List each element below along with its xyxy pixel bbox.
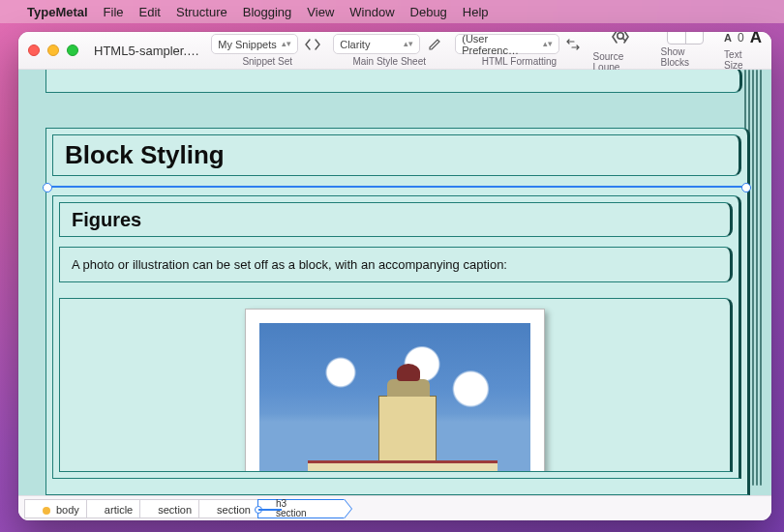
close-button[interactable] [28,44,40,56]
menu-file[interactable]: File [104,5,124,19]
editor-canvas[interactable]: Block Styling Figures A photo or illustr… [18,70,771,495]
breadcrumb-selection[interactable]: h3 section [257,499,345,518]
stylesheet-group: Clarity ▴▾ Main Style Sheet [333,34,445,67]
preceding-block[interactable] [45,70,742,93]
breadcrumb-label: body [56,504,79,516]
source-loupe-icon[interactable] [610,32,631,49]
menu-window[interactable]: Window [349,5,394,19]
snippet-set-label: Snippet Set [242,56,292,67]
photo-frame [245,309,545,472]
heading-block[interactable]: Block Styling [52,134,741,176]
formatting-group: (User Preferenc… ▴▾ HTML Formatting [455,34,583,67]
heading-2-text[interactable]: Block Styling [65,141,727,169]
menu-edit[interactable]: Edit [139,5,161,19]
selection-indicator[interactable] [46,186,747,188]
minimize-button[interactable] [47,44,59,56]
chevron-updown-icon: ▴▾ [543,40,553,48]
selection-line [258,509,282,511]
document-title: HTML5-sampler.ht… [94,44,201,58]
traffic-lights [28,44,78,56]
menu-blogging[interactable]: Blogging [243,5,292,19]
section-block[interactable]: Block Styling Figures A photo or illustr… [45,128,750,495]
heading-3-text[interactable]: Figures [72,209,718,230]
paragraph-block[interactable]: A photo or illustration can be set off a… [59,247,733,282]
stylesheet-edit-icon[interactable] [424,34,445,54]
breadcrumb-section[interactable]: section [139,499,206,518]
text-size-label: Text Size [724,49,762,71]
breadcrumb-label: section [158,504,192,516]
stylesheet-value: Clarity [340,39,370,50]
text-size-increase[interactable]: A [750,32,762,47]
menubar[interactable]: TypeMetal File Edit Structure Blogging V… [0,0,784,23]
chevron-updown-icon: ▴▾ [404,40,413,48]
snippet-set-value: My Snippets [218,39,277,50]
breadcrumb-tail-bottom: section [276,509,330,518]
menu-view[interactable]: View [307,5,334,19]
figure-block[interactable] [59,298,733,472]
formatting-expand-icon[interactable] [563,34,583,54]
breadcrumb-label: article [105,504,133,516]
photo-roofline [308,460,498,472]
stylesheet-select[interactable]: Clarity ▴▾ [333,34,420,54]
text-size-decrease[interactable]: A [724,32,732,44]
formatting-select[interactable]: (User Preferenc… ▴▾ [455,34,559,54]
paragraph-text[interactable]: A photo or illustration can be set off a… [72,257,507,272]
breadcrumb-body[interactable]: body [24,499,94,518]
chevron-updown-icon: ▴▾ [282,40,291,48]
show-blocks-toggle[interactable] [667,32,704,44]
stylesheet-label: Main Style Sheet [352,56,426,67]
menu-structure[interactable]: Structure [176,5,227,19]
lighthouse-photo [259,323,530,472]
text-size-group: A 0 A Text Size [724,32,762,71]
app-window: HTML5-sampler.ht… My Snippets ▴▾ Snippet… [18,32,771,520]
show-blocks-label: Show Blocks [661,46,711,68]
zoom-button[interactable] [67,44,78,56]
source-loupe-group: Source Loupe [593,32,648,73]
breadcrumb-label: section [217,504,251,516]
menu-debug[interactable]: Debug [410,5,447,19]
snippet-set-select[interactable]: My Snippets ▴▾ [211,34,298,54]
formatting-value: (User Preferenc… [462,33,539,56]
subsection-block[interactable]: Figures A photo or illustration can be s… [52,195,741,479]
snippet-code-icon[interactable] [302,34,323,54]
breadcrumb-tail-top: h3 [276,499,330,509]
path-bar: body article section section h3 section [18,495,771,520]
app-name[interactable]: TypeMetal [27,5,88,19]
show-blocks-group: Show Blocks [661,32,711,68]
heading-3-block[interactable]: Figures [59,202,733,237]
breadcrumb-article[interactable]: article [86,499,147,518]
menu-help[interactable]: Help [463,5,489,19]
titlebar: HTML5-sampler.ht… My Snippets ▴▾ Snippet… [18,32,771,70]
text-size-value: 0 [738,32,744,44]
formatting-label: HTML Formatting [482,56,557,67]
snippet-set-group: My Snippets ▴▾ Snippet Set [211,34,323,67]
